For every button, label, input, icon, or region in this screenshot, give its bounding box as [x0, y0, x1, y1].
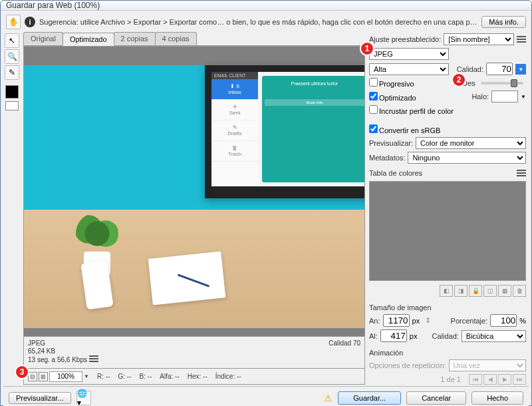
anim-page: 1 de 1 — [440, 375, 461, 383]
optimizado-checkbox[interactable] — [369, 92, 378, 101]
slice-visibility-icon[interactable] — [5, 101, 19, 110]
browser-preview-icon[interactable]: 🌐▾ — [76, 391, 91, 405]
animation-label: Animación — [369, 349, 403, 357]
preview-tabs: Original Optimizado 2 copias 4 copias — [23, 32, 365, 46]
tab-4copias[interactable]: 4 copias — [155, 32, 197, 45]
metadata-select[interactable]: Ninguno — [408, 152, 526, 164]
color-table — [369, 181, 526, 281]
preview-image: EMAIL CLIENT ⬇ 6 Inbox ✈Sent ✎Drafts 🗑Tr… — [24, 65, 364, 328]
loop-select: Una vez — [449, 359, 526, 371]
warning-icon: ⚠ — [324, 393, 332, 403]
mockup-header: EMAIL CLIENT — [211, 72, 258, 79]
mockup-inbox: ⬇ 6 Inbox — [211, 79, 258, 100]
window-title: Guardar para Web (100%) — [6, 1, 100, 10]
badge-1: 1 — [360, 41, 374, 56]
cancel-button[interactable]: Cancelar — [406, 391, 466, 405]
hand-tool-icon[interactable]: ✋ — [6, 15, 21, 29]
status-g: G: -- — [118, 373, 131, 380]
anim-first-icon: ⏮ — [469, 374, 482, 385]
settings-panel: Ajuste preestablecido: [Sin nombre] JPEG… — [368, 32, 529, 385]
anim-last-icon: ⏭ — [513, 374, 526, 385]
zoom-tool-icon[interactable]: 🔍 — [5, 49, 19, 64]
info-icon: i — [25, 17, 35, 27]
badge-3: 3 — [15, 365, 29, 379]
link-icon[interactable]: ⇕ — [425, 316, 431, 325]
status-hex: Hex: -- — [188, 373, 207, 380]
ct-btn-2[interactable]: ◨ — [454, 285, 467, 297]
tab-original[interactable]: Original — [23, 32, 63, 45]
badge-2: 2 — [452, 73, 466, 87]
color-table-menu-icon[interactable] — [517, 170, 526, 176]
status-indice: Índice: -- — [215, 373, 241, 380]
ct-trash-icon[interactable]: 🗑 — [513, 285, 526, 297]
mockup-trash: 🗑Trash — [211, 141, 258, 162]
ct-lock-icon[interactable]: 🔒 — [469, 285, 482, 297]
mockup-sent: ✈Sent — [211, 100, 258, 120]
ct-btn-1[interactable]: ◧ — [440, 285, 453, 297]
halo-input[interactable] — [491, 91, 518, 102]
titlebar[interactable]: Guardar para Web (100%) — [1, 1, 531, 11]
done-button[interactable]: Hecho — [471, 391, 523, 405]
preset-menu-icon[interactable] — [517, 36, 526, 43]
quality-input[interactable] — [486, 63, 513, 75]
incrustar-checkbox[interactable] — [369, 105, 378, 114]
status-b: B: -- — [139, 373, 152, 380]
zoom-input[interactable] — [49, 371, 82, 382]
preview-info-strip: JPEG 65,24 KB 13 seg. a 56,6 Kbps Calida… — [24, 336, 364, 368]
preset-label: Ajuste preestablecido: — [369, 35, 441, 43]
mockup-card: Praesent ultrices tortor More info — [262, 76, 365, 182]
preview-color-select[interactable]: Color de monitor — [416, 137, 526, 149]
optimizado-row[interactable]: Optimizado — [369, 92, 416, 102]
foreground-swatch[interactable] — [5, 85, 19, 99]
hint-text: Sugerencia: utilice Archivo > Exportar >… — [39, 18, 477, 26]
status-alfa: Alfa: -- — [160, 373, 179, 380]
format-select[interactable]: JPEG — [369, 48, 449, 60]
incrustar-row[interactable]: Incrustar perfil de color — [369, 105, 454, 115]
hint-bar: ✋ i Sugerencia: utilice Archivo > Export… — [3, 13, 529, 31]
info-size: 65,24 KB — [28, 347, 98, 355]
convertir-checkbox[interactable] — [369, 124, 378, 133]
status-r: R: -- — [97, 373, 110, 380]
tab-optimizado[interactable]: Optimizado — [63, 33, 114, 46]
more-info-button[interactable]: Más info. — [481, 16, 526, 28]
info-format: JPEG — [28, 339, 98, 347]
preview-button[interactable]: Previsualizar... — [9, 392, 71, 404]
progresivo-checkbox[interactable] — [369, 78, 378, 87]
anim-prev-icon: ◀ — [483, 374, 497, 385]
width-input[interactable] — [383, 314, 410, 327]
progresivo-row[interactable]: Progresivo — [369, 78, 414, 88]
image-size-label: Tamaño de imagen — [369, 304, 432, 311]
convertir-row[interactable]: Convertir en sRGB — [369, 124, 440, 134]
preset-select[interactable]: [Sin nombre] — [444, 33, 514, 45]
height-input[interactable] — [380, 329, 407, 342]
preview-area[interactable]: EMAIL CLIENT ⬇ 6 Inbox ✈Sent ✎Drafts 🗑Tr… — [23, 46, 365, 369]
blur-slider[interactable] — [481, 82, 523, 85]
quality-dropdown-icon[interactable]: ▾ — [515, 64, 526, 75]
info-quality: Calidad 70 — [329, 339, 360, 347]
color-table-label: Tabla de colores — [369, 169, 422, 177]
resample-select[interactable]: Bicúbica — [462, 330, 526, 342]
zoom-out-icon[interactable]: ⊟ — [28, 372, 37, 381]
tab-2copias[interactable]: 2 copias — [114, 32, 156, 45]
mockup-drafts: ✎Drafts — [211, 120, 258, 141]
ct-new-icon[interactable]: ▦ — [498, 285, 511, 297]
quality-label: Calidad: — [457, 65, 483, 73]
zoom-in-icon[interactable]: ⊞ — [39, 372, 48, 381]
pointer-tool-icon[interactable]: ↖ — [5, 33, 19, 48]
eyedropper-tool-icon[interactable]: ✎ — [5, 65, 19, 80]
bandwidth-menu-icon[interactable] — [89, 355, 98, 362]
bottom-bar: Previsualizar... 🌐▾ ⚠ Guardar... Cancela… — [3, 386, 529, 406]
status-bar: ⊟ ⊞ ▼ R: -- G: -- B: -- Alfa: -- Hex: --… — [23, 369, 365, 385]
quality-preset-select[interactable]: Alta — [369, 63, 449, 75]
ct-btn-4[interactable]: ◫ — [483, 285, 497, 297]
info-time: 13 seg. a 56,6 Kbps — [28, 356, 87, 363]
tool-column: ↖ 🔍 ✎ — [3, 32, 21, 385]
percent-input[interactable] — [490, 314, 517, 327]
save-button[interactable]: Guardar... — [338, 391, 401, 405]
save-for-web-dialog: Guardar para Web (100%) ✋ i Sugerencia: … — [0, 0, 532, 406]
anim-next-icon: ▶ — [498, 374, 511, 385]
